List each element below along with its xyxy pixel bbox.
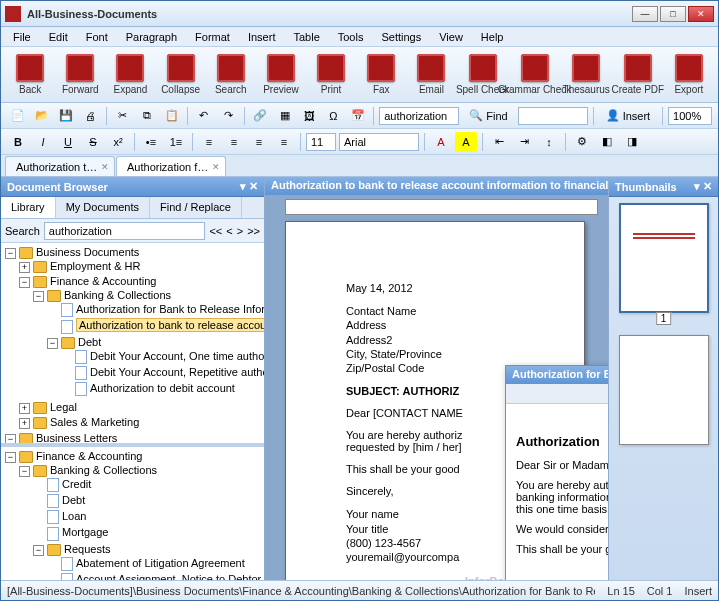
browser-tab-library[interactable]: Library [1, 197, 56, 218]
tree-node[interactable]: Authorization for Bank to Release Inform [47, 302, 262, 318]
keyword-input[interactable] [379, 107, 459, 125]
email-button[interactable]: Email [408, 50, 454, 100]
tree-toggle-icon[interactable]: + [19, 262, 30, 273]
justify-icon[interactable]: ≡ [273, 132, 295, 152]
tree-toggle-icon[interactable]: + [19, 403, 30, 414]
tree-node[interactable]: +Sales & Marketing [19, 415, 262, 430]
italic-button[interactable]: I [32, 132, 54, 152]
field-combo[interactable] [518, 107, 588, 125]
menu-insert[interactable]: Insert [240, 29, 284, 45]
tree-search-input[interactable] [44, 222, 206, 240]
nav-last-button[interactable]: >> [247, 225, 260, 237]
menu-file[interactable]: File [5, 29, 39, 45]
copy-icon[interactable]: ⧉ [137, 106, 158, 126]
nav-next-button[interactable]: > [237, 225, 243, 237]
menu-font[interactable]: Font [78, 29, 116, 45]
tree-node[interactable]: −Business Letters−Personnel Issues−Perso… [5, 431, 262, 443]
tree-node[interactable]: Loan [33, 509, 262, 525]
font-color-icon[interactable]: A [430, 132, 452, 152]
forward-button[interactable]: Forward [57, 50, 103, 100]
tree-toggle-icon[interactable]: − [19, 466, 30, 477]
bullets-icon[interactable]: •≡ [140, 132, 162, 152]
tree-node[interactable]: +Employment & HR [19, 259, 262, 274]
tree-toggle-icon[interactable]: + [19, 418, 30, 429]
font-size-combo[interactable] [306, 133, 336, 151]
paste-icon[interactable]: 📋 [161, 106, 182, 126]
document-tab[interactable]: Authorization f…✕ [116, 156, 226, 176]
align-left-icon[interactable]: ≡ [198, 132, 220, 152]
tree-node[interactable]: Authorization to bank to release account [47, 318, 262, 334]
preview-title[interactable]: Authorization for Bank to Release [506, 366, 608, 384]
nav-prev-button[interactable]: < [226, 225, 232, 237]
indent-left-icon[interactable]: ⇤ [488, 132, 510, 152]
menu-table[interactable]: Table [285, 29, 327, 45]
tree-node[interactable]: Debt [33, 493, 262, 509]
print-button[interactable]: Print [308, 50, 354, 100]
numbering-icon[interactable]: 1≡ [165, 132, 187, 152]
link-icon[interactable]: 🔗 [250, 106, 271, 126]
find-button[interactable]: 🔍Find [462, 106, 514, 126]
misc3-icon[interactable]: ◨ [621, 132, 643, 152]
tree-node[interactable]: −Finance & Accounting−Banking & Collecti… [19, 274, 262, 400]
fax-button[interactable]: Fax [358, 50, 404, 100]
image-icon[interactable]: 🖼 [298, 106, 319, 126]
line-spacing-icon[interactable]: ↕ [538, 132, 560, 152]
tree-toggle-icon[interactable]: − [19, 277, 30, 288]
print-icon[interactable]: 🖨 [80, 106, 101, 126]
insert-field-button[interactable]: 👤Insert [599, 106, 658, 126]
tree-node[interactable]: −Finance & Accounting−Banking & Collecti… [5, 449, 262, 580]
thumbnail-page-2[interactable] [619, 335, 709, 445]
export-button[interactable]: Export [666, 50, 712, 100]
zoom-combo[interactable] [668, 107, 712, 125]
thesaurus-button[interactable]: Thesaurus [563, 50, 610, 100]
search-button[interactable]: Search [208, 50, 254, 100]
menu-edit[interactable]: Edit [41, 29, 76, 45]
font-name-combo[interactable] [339, 133, 419, 151]
browser-tab-my-documents[interactable]: My Documents [56, 197, 150, 218]
menu-paragraph[interactable]: Paragraph [118, 29, 185, 45]
save-icon[interactable]: 💾 [56, 106, 77, 126]
new-icon[interactable]: 📄 [7, 106, 28, 126]
document-viewport[interactable]: May 14, 2012 Contact NameAddressAddress2… [265, 195, 608, 580]
underline-button[interactable]: U [57, 132, 79, 152]
tree-node[interactable]: −RequestsAbatement of Litigation Agreeme… [33, 542, 262, 580]
tree-toggle-icon[interactable]: − [47, 338, 58, 349]
open-icon[interactable]: 📂 [31, 106, 52, 126]
nav-first-button[interactable]: << [209, 225, 222, 237]
tree-toggle-icon[interactable]: − [5, 248, 16, 259]
tree-node[interactable]: Debit Your Account, One time authori [61, 349, 262, 365]
menu-settings[interactable]: Settings [373, 29, 429, 45]
misc2-icon[interactable]: ◧ [596, 132, 618, 152]
tree-node[interactable]: Credit [33, 477, 262, 493]
tree-node[interactable]: −Banking & CollectionsCreditDebtLoanMort… [19, 463, 262, 580]
minimize-button[interactable]: — [632, 6, 658, 22]
tree-node[interactable]: Authorization to debit account [61, 381, 262, 397]
tree-node[interactable]: −Business Documents+Employment & HR−Fina… [5, 245, 262, 431]
menu-format[interactable]: Format [187, 29, 238, 45]
tab-close-icon[interactable]: ✕ [212, 162, 220, 172]
thumbnail-page-1[interactable]: 1 [619, 203, 709, 313]
redo-icon[interactable]: ↷ [217, 106, 238, 126]
collapse-button[interactable]: Collapse [158, 50, 204, 100]
document-tab[interactable]: Authorization t…✕ [5, 156, 115, 176]
close-button[interactable]: ✕ [688, 6, 714, 22]
tree-node[interactable]: +Legal [19, 400, 262, 415]
grammar-check-button[interactable]: Grammar Check [511, 50, 559, 100]
tree-node[interactable]: Abatement of Litigation Agreement [47, 556, 262, 572]
bold-button[interactable]: B [7, 132, 29, 152]
table-icon[interactable]: ▦ [274, 106, 295, 126]
cut-icon[interactable]: ✂ [112, 106, 133, 126]
highlight-icon[interactable]: A [455, 132, 477, 152]
tree-toggle-icon[interactable]: − [33, 291, 44, 302]
date-icon[interactable]: 📅 [347, 106, 368, 126]
expand-button[interactable]: Expand [107, 50, 153, 100]
preview-button[interactable]: Preview [258, 50, 304, 100]
align-right-icon[interactable]: ≡ [248, 132, 270, 152]
tab-close-icon[interactable]: ✕ [101, 162, 109, 172]
maximize-button[interactable]: □ [660, 6, 686, 22]
undo-icon[interactable]: ↶ [193, 106, 214, 126]
preview-window[interactable]: Authorization for Bank to Release Author… [505, 365, 608, 580]
tree-node[interactable]: Account Assignment, Notice to Debtor [47, 572, 262, 580]
superscript-icon[interactable]: x² [107, 132, 129, 152]
tree-toggle-icon[interactable]: − [5, 452, 16, 463]
